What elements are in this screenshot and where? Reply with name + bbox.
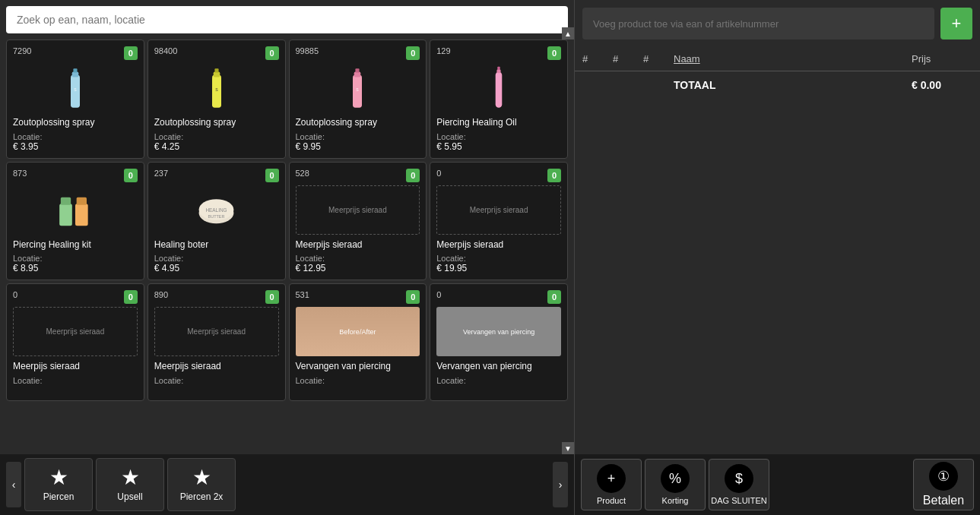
card-top: 129 0	[436, 46, 561, 60]
card-name: Zoutoplossing spray	[154, 117, 279, 129]
product-card[interactable]: 890 0 Meerprijs sieraad Meerpijs sieraad…	[147, 283, 286, 401]
shortcut-upsell[interactable]: ★ Upsell	[96, 458, 164, 511]
korting-button[interactable]: % Korting	[645, 459, 706, 510]
product-card[interactable]: 7290 0 S Zoutoplossing spray Locatie: € …	[6, 39, 144, 159]
product-card[interactable]: 99885 0 S Zoutoplossing spray Locatie: €…	[289, 39, 427, 159]
card-name: Piercing Healing kit	[13, 239, 138, 251]
card-image: S	[13, 63, 138, 112]
prev-arrow[interactable]: ‹	[6, 462, 21, 507]
product-card[interactable]: 528 0 Meerprijs sieraad Meerpijs sieraad…	[289, 162, 427, 281]
card-image: HEALING BUTTER	[154, 185, 279, 235]
svg-rect-5	[213, 71, 220, 77]
svg-text:S: S	[357, 87, 360, 92]
shortcut-piercen[interactable]: ★ Piercen	[24, 458, 93, 511]
card-price: € 8.95	[13, 263, 138, 273]
card-image: Meerprijs sieraad	[296, 185, 420, 235]
product-card[interactable]: 873 0 Piercing Healing kit Locatie: € 8.…	[6, 162, 144, 281]
search-input[interactable]	[6, 6, 568, 33]
card-price: € 12.95	[296, 263, 420, 273]
product-icon: +	[597, 464, 626, 493]
card-price: € 4.25	[154, 141, 279, 152]
cart-add-button[interactable]: +	[940, 8, 972, 39]
product-card[interactable]: 0 0 Vervangen van piercing Vervangen van…	[430, 283, 568, 401]
korting-icon: %	[661, 464, 690, 493]
next-arrow[interactable]: ›	[553, 462, 568, 507]
card-name: Meerpijs sieraad	[296, 239, 420, 251]
card-top: 873 0	[13, 169, 138, 182]
card-image: S	[154, 63, 279, 112]
svg-rect-6	[214, 68, 218, 72]
card-location: Locatie:	[154, 132, 279, 141]
card-image: Before/After	[296, 307, 420, 356]
product-card[interactable]: 0 0 Meerprijs sieraad Meerpijs sieraad L…	[430, 162, 568, 281]
card-location: Locatie:	[13, 254, 138, 263]
product-card[interactable]: 129 0 Piercing Healing Oil Locatie: € 5.…	[430, 39, 568, 159]
svg-text:HEALING: HEALING	[206, 207, 227, 213]
shortcut-star: ★	[49, 467, 68, 488]
shortcut-star: ★	[121, 467, 140, 488]
shortcut-label: Piercen 2x	[180, 491, 224, 502]
card-price: € 3.95	[13, 141, 138, 152]
dag-sluiten-icon: $	[725, 464, 753, 493]
card-location: Locatie:	[154, 376, 279, 385]
meerprijs-placeholder: Meerprijs sieraad	[13, 307, 138, 356]
bottom-bar: ‹ ★ Piercen ★ Upsell ★ Piercen 2x ›	[0, 454, 574, 515]
cart-area: TOTAAL € 0.00	[575, 71, 980, 454]
svg-rect-17	[61, 197, 71, 204]
card-id: 0	[436, 169, 441, 178]
total-label: TOTAAL	[674, 79, 912, 91]
cart-header: +	[575, 0, 980, 47]
card-name: Meerpijs sieraad	[436, 239, 561, 251]
card-id: 873	[13, 169, 27, 178]
svg-rect-15	[59, 204, 72, 226]
svg-text:S: S	[215, 87, 218, 92]
card-name: Meerpijs sieraad	[13, 361, 138, 373]
shortcut-label: Upsell	[117, 491, 142, 502]
card-top: 528 0	[296, 169, 420, 182]
scroll-up-arrow[interactable]: ▲	[562, 27, 574, 39]
card-image: Meerprijs sieraad	[436, 185, 561, 235]
meerprijs-placeholder: Meerprijs sieraad	[296, 185, 420, 235]
card-location: Locatie:	[436, 376, 561, 385]
dag-sluiten-button[interactable]: $ DAG SLUITEN	[709, 459, 769, 510]
card-badge: 0	[547, 169, 561, 182]
svg-rect-9	[354, 71, 361, 77]
col-hash1: #	[582, 53, 613, 65]
card-top: 531 0	[296, 290, 420, 304]
meerprijs-placeholder: Meerprijs sieraad	[436, 185, 561, 235]
search-bar	[0, 0, 574, 39]
action-buttons: + Product % Korting $ DAG SLUITEN ① Beta…	[575, 454, 980, 515]
col-prijs: Prijs	[912, 53, 972, 65]
cart-search-input[interactable]	[582, 8, 934, 39]
cart-table-header: # # # Naam Prijs	[575, 47, 980, 71]
card-location: Locatie:	[296, 254, 420, 263]
card-top: 0 0	[436, 169, 561, 182]
product-card[interactable]: 531 0 Before/After Vervangen van piercin…	[289, 283, 427, 401]
card-top: 7290 0	[13, 46, 138, 60]
card-location: Locatie:	[436, 132, 561, 141]
product-button[interactable]: + Product	[581, 459, 642, 510]
betalen-label: Betalen	[923, 494, 964, 507]
right-panel: + # # # Naam Prijs TOTAAL € 0.00 + Produ…	[574, 0, 980, 515]
scroll-down-arrow[interactable]: ▼	[562, 442, 574, 454]
svg-rect-12	[496, 71, 503, 107]
product-card[interactable]: 0 0 Meerprijs sieraad Meerpijs sieraad L…	[6, 283, 144, 401]
svg-rect-1	[72, 71, 79, 77]
product-card[interactable]: 237 0 HEALING BUTTER Healing boter Locat…	[147, 162, 286, 281]
card-badge: 0	[547, 290, 561, 304]
shortcut-piercen-2x[interactable]: ★ Piercen 2x	[167, 458, 236, 511]
card-name: Meerpijs sieraad	[154, 361, 279, 373]
card-id: 99885	[296, 46, 319, 55]
col-hash2: #	[613, 53, 643, 65]
card-image	[13, 185, 138, 235]
card-badge: 0	[406, 290, 420, 304]
card-name: Piercing Healing Oil	[436, 117, 561, 129]
card-id: 0	[436, 290, 441, 299]
card-badge: 0	[124, 169, 138, 182]
products-grid: 7290 0 S Zoutoplossing spray Locatie: € …	[0, 39, 574, 454]
svg-rect-2	[73, 68, 77, 72]
product-card[interactable]: 98400 0 S Zoutoplossing spray Locatie: €…	[147, 39, 286, 159]
betalen-button[interactable]: ① Betalen	[913, 459, 974, 510]
card-id: 237	[154, 169, 168, 178]
card-image: Meerprijs sieraad	[13, 307, 138, 356]
